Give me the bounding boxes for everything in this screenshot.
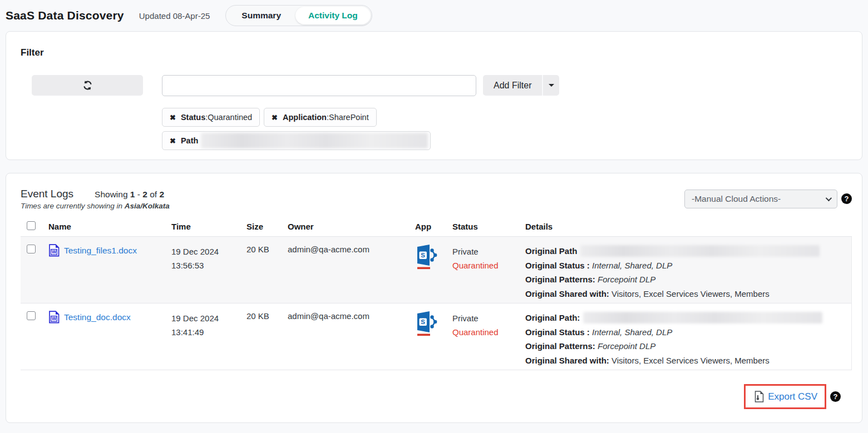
view-toggle: Summary Activity Log — [225, 5, 372, 26]
tab-activity-log[interactable]: Activity Log — [295, 7, 371, 24]
col-size: Size — [246, 222, 288, 231]
redacted-original-path — [583, 312, 822, 323]
chip-label: Status — [181, 113, 205, 122]
filter-chip-path: ✖ Path — [162, 131, 431, 150]
table-row: W Testing_files1.docx 19 Dec 2024 13:56:… — [21, 237, 852, 303]
redacted-path-value — [201, 133, 428, 148]
svg-text:S: S — [421, 318, 425, 325]
remove-filter-icon[interactable]: ✖ — [170, 113, 176, 122]
csv-file-icon — [754, 391, 764, 402]
filter-controls: Add Filter — [21, 75, 847, 96]
export-row: Export CSV ? — [21, 384, 851, 409]
col-name: Name — [48, 222, 171, 231]
filter-title: Filter — [21, 47, 847, 58]
event-logs-panel: Event Logs Showing 1 - 2 of 2 Times are … — [6, 173, 862, 423]
col-status: Status — [452, 222, 525, 231]
caret-down-icon — [549, 84, 554, 87]
col-owner: Owner — [288, 222, 415, 231]
refresh-button[interactable] — [32, 75, 143, 96]
export-csv-button[interactable]: Export CSV — [754, 391, 817, 402]
status-cell: Private Quarantined — [452, 237, 525, 272]
col-details: Details — [525, 222, 852, 231]
filter-panel: Filter Add Filter ✖ Status: Q — [6, 31, 862, 160]
svg-text:W: W — [52, 249, 57, 255]
filter-chip-status: ✖ Status: Quarantined — [162, 108, 260, 127]
top-bar: SaaS Data Discovery Updated 08-Apr-25 Su… — [0, 0, 868, 31]
filter-search-input[interactable] — [162, 75, 476, 96]
size-cell: 20 KB — [246, 237, 288, 254]
add-filter-split-button: Add Filter — [483, 75, 559, 96]
file-name-link[interactable]: Testing_files1.docx — [64, 246, 137, 256]
select-value: -Manual Cloud Actions- — [692, 194, 781, 204]
row-checkbox[interactable] — [27, 245, 36, 253]
redacted-original-path — [580, 245, 820, 257]
row-checkbox[interactable] — [27, 311, 36, 320]
col-app: App — [415, 222, 452, 231]
time-cell: 19 Dec 2024 13:56:53 — [171, 237, 246, 272]
export-csv-highlight-box: Export CSV — [744, 384, 826, 409]
chip-value: Quarantined — [208, 113, 252, 122]
page-title: SaaS Data Discovery — [6, 9, 124, 22]
time-cell: 19 Dec 2024 13:41:49 — [171, 303, 246, 339]
table-header-row: Name Time Size Owner App Status Details — [21, 217, 852, 237]
active-filter-chips: ✖ Status: Quarantined ✖ Application: Sha… — [162, 108, 847, 150]
chip-label: Application — [283, 113, 327, 122]
owner-cell: admin@qa-acme.com — [288, 237, 415, 254]
owner-cell: admin@qa-acme.com — [288, 303, 415, 321]
select-all-checkbox[interactable] — [27, 221, 36, 230]
word-document-icon: W — [48, 311, 60, 323]
updated-timestamp: Updated 08-Apr-25 — [139, 11, 210, 21]
remove-filter-icon[interactable]: ✖ — [272, 113, 278, 122]
svg-text:W: W — [52, 316, 57, 321]
manual-cloud-actions-select[interactable]: -Manual Cloud Actions- — [684, 190, 837, 208]
word-document-icon: W — [48, 244, 60, 257]
sharepoint-icon: S — [415, 310, 452, 336]
add-filter-dropdown-button[interactable] — [542, 75, 559, 96]
sharepoint-icon: S — [415, 243, 452, 270]
tab-summary[interactable]: Summary — [227, 7, 295, 24]
filter-chip-application: ✖ Application: SharePoint — [264, 108, 377, 127]
add-filter-button[interactable]: Add Filter — [483, 75, 542, 96]
col-time: Time — [171, 222, 246, 231]
chip-value: SharePoint — [329, 113, 369, 122]
event-logs-table: Name Time Size Owner App Status Details … — [21, 217, 852, 370]
quarantined-status: Quarantined — [452, 325, 525, 339]
size-cell: 20 KB — [246, 303, 288, 321]
svg-text:S: S — [421, 252, 425, 258]
file-name-link[interactable]: Testing_doc.docx — [64, 312, 131, 322]
showing-count: Showing 1 - 2 of 2 — [95, 190, 164, 200]
refresh-icon — [82, 80, 93, 91]
quarantined-status: Quarantined — [452, 258, 525, 272]
details-cell: Original Path: Original Status : Interna… — [525, 303, 851, 367]
table-row: W Testing_doc.docx 19 Dec 2024 13:41:49 … — [21, 303, 852, 370]
chip-label: Path — [181, 136, 198, 145]
chevron-down-icon — [826, 195, 832, 201]
actions-help-icon[interactable]: ? — [841, 193, 852, 204]
remove-filter-icon[interactable]: ✖ — [170, 137, 176, 145]
event-logs-title: Event Logs — [21, 188, 73, 200]
details-cell: Original Path Original Status : Internal… — [525, 237, 851, 301]
status-cell: Private Quarantined — [452, 303, 525, 339]
export-help-icon[interactable]: ? — [830, 391, 841, 402]
